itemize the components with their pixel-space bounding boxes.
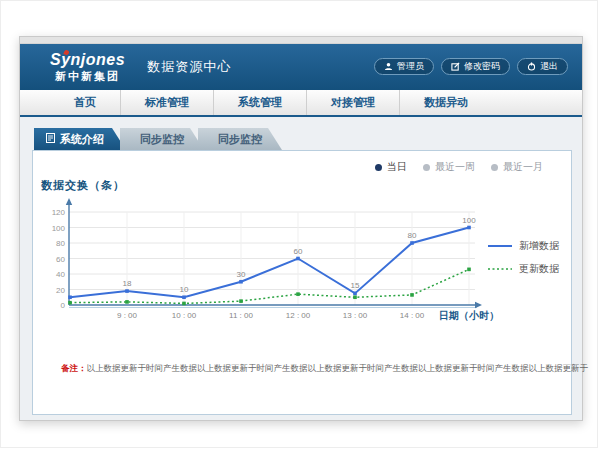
svg-text:0: 0: [61, 301, 66, 310]
svg-text:10 : 00: 10 : 00: [172, 311, 197, 320]
legend-update-data-label: 更新数据: [519, 262, 559, 276]
header-actions: 管理员 修改密码 退出: [374, 58, 568, 75]
logo-brand-text: Synjones: [50, 52, 125, 68]
change-password-button[interactable]: 修改密码: [441, 58, 510, 75]
svg-text:100: 100: [52, 224, 66, 233]
radio-dot: [423, 164, 430, 171]
admin-button-label: 管理员: [397, 60, 424, 73]
legend-update-data: 更新数据: [488, 262, 559, 276]
range-filter-group: 当日 最近一周 最近一月: [375, 160, 543, 174]
svg-text:80: 80: [56, 239, 65, 248]
admin-button[interactable]: 管理员: [374, 58, 434, 75]
nav-item-interface-mgmt[interactable]: 对接管理: [307, 90, 400, 115]
tab-bar: 系统介绍 同步监控 同步监控: [34, 128, 282, 150]
app-window: Synjones 新中新集团 数据资源中心 管理员 修改密码 退出: [19, 36, 583, 421]
legend-new-data-label: 新增数据: [519, 239, 559, 253]
svg-text:14 : 00: 14 : 00: [400, 311, 425, 320]
svg-text:120: 120: [52, 208, 66, 217]
tab-sync-monitor-2-label: 同步监控: [218, 132, 262, 147]
radio-last-month-label: 最近一月: [503, 160, 543, 174]
radio-last-week[interactable]: 最近一周: [423, 160, 475, 174]
svg-text:18: 18: [123, 279, 132, 288]
nav-item-standard-mgmt[interactable]: 标准管理: [121, 90, 214, 115]
nav-item-home[interactable]: 首页: [50, 90, 121, 115]
radio-dot-selected: [375, 164, 382, 171]
content-area: 系统介绍 同步监控 同步监控 当日 最近一周: [20, 117, 582, 420]
logout-button[interactable]: 退出: [517, 58, 568, 75]
company-logo: Synjones 新中新集团: [50, 52, 125, 82]
svg-text:15: 15: [351, 281, 360, 290]
document-icon: [46, 133, 55, 145]
y-axis-title: 数据交换（条）: [41, 178, 125, 193]
footer-note-label: 备注：: [61, 363, 87, 373]
nav-item-data-change[interactable]: 数据异动: [400, 90, 492, 115]
tab-sync-monitor-2[interactable]: 同步监控: [198, 128, 282, 150]
radio-today[interactable]: 当日: [375, 160, 407, 174]
chart-panel: 当日 最近一周 最近一月 数据交换（条） 0204060801001209 : …: [32, 150, 572, 415]
svg-text:60: 60: [294, 247, 303, 256]
radio-last-month[interactable]: 最近一月: [491, 160, 543, 174]
user-icon: [384, 62, 393, 71]
svg-text:日期（小时）: 日期（小时）: [439, 310, 499, 321]
page-title: 数据资源中心: [147, 58, 231, 76]
window-chrome-strip: [20, 37, 582, 44]
svg-text:13 : 00: 13 : 00: [343, 311, 368, 320]
tab-system-intro[interactable]: 系统介绍: [34, 128, 126, 150]
legend-new-data: 新增数据: [488, 239, 559, 253]
svg-text:10: 10: [180, 285, 189, 294]
svg-text:60: 60: [56, 255, 65, 264]
chart-legend: 新增数据 更新数据: [488, 239, 559, 276]
legend-line-solid-icon: [488, 244, 512, 248]
change-password-button-label: 修改密码: [464, 60, 500, 73]
svg-text:11 : 00: 11 : 00: [229, 311, 253, 320]
svg-text:20: 20: [56, 286, 65, 295]
radio-today-label: 当日: [387, 160, 407, 174]
tab-system-intro-label: 系统介绍: [60, 132, 104, 147]
svg-text:9 : 00: 9 : 00: [117, 311, 138, 320]
svg-text:12 : 00: 12 : 00: [286, 311, 311, 320]
logo-company-text: 新中新集团: [50, 71, 125, 82]
app-header: Synjones 新中新集团 数据资源中心 管理员 修改密码 退出: [20, 44, 582, 90]
svg-text:80: 80: [408, 231, 417, 240]
main-nav: 首页 标准管理 系统管理 对接管理 数据异动: [20, 90, 582, 117]
nav-item-system-mgmt[interactable]: 系统管理: [214, 90, 307, 115]
logout-button-label: 退出: [540, 60, 558, 73]
footer-note: 备注：以上数据更新于时间产生数据以上数据更新于时间产生数据以上数据更新于时间产生…: [61, 363, 588, 375]
svg-text:100: 100: [462, 216, 476, 225]
radio-last-week-label: 最近一周: [435, 160, 475, 174]
edit-icon: [451, 62, 460, 71]
svg-text:30: 30: [237, 270, 246, 279]
legend-line-dotted-icon: [488, 267, 512, 271]
footer-note-text: 以上数据更新于时间产生数据以上数据更新于时间产生数据以上数据更新于时间产生数据以…: [87, 363, 589, 373]
tab-sync-monitor-1[interactable]: 同步监控: [120, 128, 204, 150]
screenshot-page: Synjones 新中新集团 数据资源中心 管理员 修改密码 退出: [0, 0, 598, 448]
radio-dot: [491, 164, 498, 171]
power-icon: [527, 62, 536, 71]
tab-sync-monitor-1-label: 同步监控: [140, 132, 184, 147]
line-chart: 0204060801001209 : 0010 : 0011 : 0012 : …: [49, 197, 501, 329]
svg-text:40: 40: [56, 270, 65, 279]
